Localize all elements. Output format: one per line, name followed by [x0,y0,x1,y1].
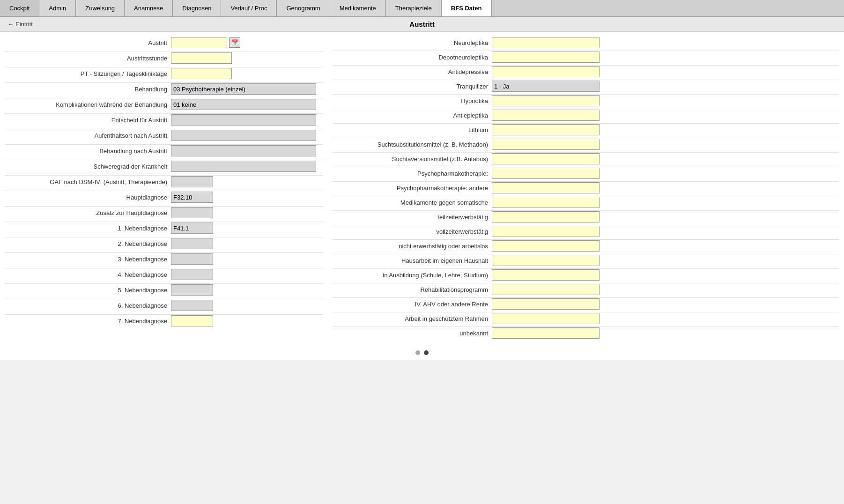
rehabilitationsprogramm-label: Rehabilitationsprogramm [333,286,492,293]
antidepressiva-input[interactable] [492,66,600,77]
teilzeiterwerbstaetig-input[interactable] [492,211,600,222]
hausarbeit-field [492,255,839,266]
nebendiagnose-1-input[interactable] [171,222,213,234]
komplikationen-field [171,99,323,110]
nebendiagnose-3-row: 3. Nebendiagnose [5,253,323,265]
behandlung-input[interactable] [171,83,316,95]
unbekannt-input[interactable] [492,327,600,339]
nebendiagnose-4-input[interactable] [171,269,213,280]
rehabilitationsprogramm-row: Rehabilitationsprogramm [333,283,839,296]
lithium-input[interactable] [492,124,600,135]
komplikationen-input[interactable] [171,99,316,110]
hauptdiagnose-label: Hauptdiagnose [5,194,171,201]
tab-genogramm[interactable]: Genogramm [277,0,330,16]
nebendiagnose-5-input[interactable] [171,284,213,296]
aufenthaltsort-input[interactable] [171,130,316,141]
behandlung-field [171,83,323,95]
unbekannt-label: unbekannt [333,330,492,337]
tab-therapieziele[interactable]: Therapieziele [386,0,442,16]
nicht-erwerbstaetig-row: nicht erwerbstätig oder arbeitslos [333,240,839,252]
tab-admin[interactable]: Admin [39,0,76,16]
antidepressiva-label: Antidepressiva [333,68,492,75]
behandlung-nach-input[interactable] [171,145,316,156]
entscheid-label: Entscheid für Austritt [5,117,171,124]
suchtaversionsmittel-input[interactable] [492,153,600,164]
nebendiagnose-2-field [171,238,323,249]
nebendiagnose-5-label: 5. Nebendiagnose [5,287,171,294]
nebendiagnose-7-label: 7. Nebendiagnose [5,318,171,325]
antidepressiva-row: Antidepressiva [333,66,839,78]
behandlung-nach-label: Behandlung nach Austritt [5,148,171,155]
vollzeiterwerbstaetig-label: vollzeiterwerbstätig [333,228,492,235]
back-button[interactable]: ← Eintritt [7,21,33,28]
suchtsubstitutionsmittel-input[interactable] [492,139,600,150]
depotneuroleptika-input[interactable] [492,52,600,63]
rehabilitationsprogramm-input[interactable] [492,284,600,295]
neuroleptika-input[interactable] [492,37,600,48]
hypnotika-row: Hypnotika [333,95,839,107]
pagination-dot-2[interactable] [424,350,429,355]
austritt-input[interactable] [171,37,227,48]
nicht-erwerbstaetig-input[interactable] [492,240,600,252]
schweregrad-input[interactable] [171,161,316,172]
medikamente-somatische-row: Medikamente gegen somatische [333,196,839,208]
nebendiagnose-2-label: 2. Nebendiagnose [5,240,171,247]
entscheid-input[interactable] [171,114,316,126]
antiepleptika-input[interactable] [492,110,600,121]
komplikationen-row: Komplikationen während der Behandlung [5,98,323,111]
tab-cockpit[interactable]: Cockpit [0,0,39,16]
antiepleptika-row: Antiepleptika [333,109,839,121]
tranquilizer-row: Tranquilizer [333,80,839,92]
austrittsstunde-input[interactable] [171,52,232,64]
pagination-dot-1[interactable] [415,350,420,355]
iv-ahv-row: IV, AHV oder andere Rente [333,298,839,310]
neuroleptika-field [492,37,839,48]
pt-sitzungen-input[interactable] [171,68,232,79]
tranquilizer-input[interactable] [492,81,600,92]
ausbildung-input[interactable] [492,269,600,281]
nicht-erwerbstaetig-field [492,240,839,252]
iv-ahv-input[interactable] [492,298,600,310]
nebendiagnose-2-input[interactable] [171,238,213,249]
ausbildung-label: in Ausbildung (Schule, Lehre, Studium) [333,272,492,279]
arbeit-geschuetzt-input[interactable] [492,313,600,324]
nebendiagnose-7-input[interactable] [171,315,213,326]
hausarbeit-input[interactable] [492,255,600,266]
nebendiagnose-6-input[interactable] [171,300,213,311]
medikamente-somatische-label: Medikamente gegen somatische [333,199,492,206]
depotneuroleptika-label: Depotneuroleptika [333,54,492,61]
medikamente-somatische-input[interactable] [492,197,600,208]
nebendiagnose-4-field [171,269,323,280]
vollzeiterwerbstaetig-input[interactable] [492,226,600,237]
nebendiagnose-7-row: 7. Nebendiagnose [5,315,323,327]
iv-ahv-field [492,298,839,310]
hauptdiagnose-input[interactable] [171,192,213,203]
nebendiagnose-2-row: 2. Nebendiagnose [5,237,323,250]
austritt-label: Austritt [5,39,171,46]
aufenthaltsort-field [171,130,323,141]
lithium-label: Lithium [333,126,492,133]
nebendiagnose-6-row: 6. Nebendiagnose [5,299,323,311]
tab-verlauf[interactable]: Verlauf / Proc [221,0,277,16]
tab-zuweisung[interactable]: Zuweisung [76,0,125,16]
pt-sitzungen-field [171,68,323,79]
austrittsstunde-row: Austrittsstunde [5,52,323,64]
calendar-icon[interactable]: 📅 [229,37,240,48]
arbeit-geschuetzt-row: Arbeit in geschütztem Rahmen [333,312,839,325]
tab-diagnosen[interactable]: Diagnosen [173,0,221,16]
nebendiagnose-3-field [171,253,323,265]
gaf-input[interactable] [171,176,213,187]
tab-medikamente[interactable]: Medikamente [330,0,386,16]
psychopharmakotherapie-input[interactable] [492,168,600,179]
hypnotika-input[interactable] [492,95,600,106]
tranquilizer-field [492,81,839,92]
arbeit-geschuetzt-field [492,313,839,324]
zusatz-hauptdiagnose-input[interactable] [171,207,213,218]
psychopharmakotherapie-andere-input[interactable] [492,182,600,193]
tab-bfs-daten[interactable]: BFS Daten [442,0,492,16]
nebendiagnose-6-label: 6. Nebendiagnose [5,302,171,309]
nebendiagnose-3-input[interactable] [171,253,213,265]
nebendiagnose-3-label: 3. Nebendiagnose [5,256,171,263]
section-header: ← Eintritt Austritt [0,17,844,32]
tab-anamnese[interactable]: Anamnese [125,0,173,16]
